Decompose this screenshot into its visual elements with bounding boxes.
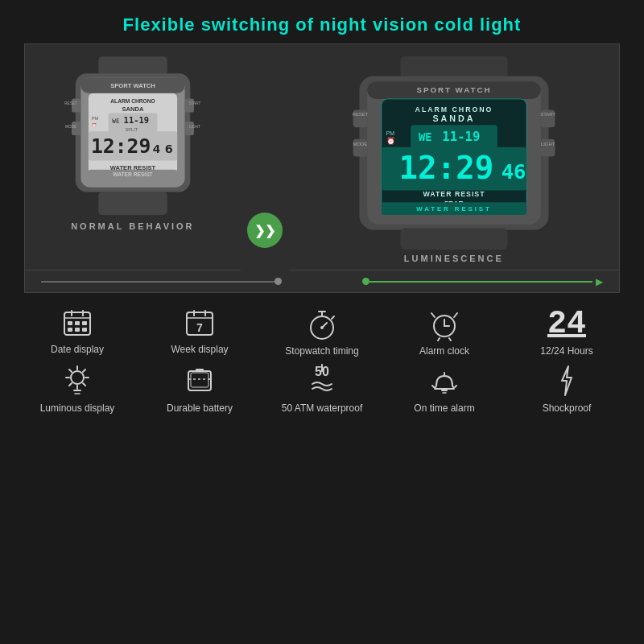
feature-date-display: Date display [25, 308, 130, 357]
svg-text:SANDA: SANDA [122, 105, 144, 113]
svg-text:⏰: ⏰ [92, 122, 97, 128]
feature-on-time-alarm-label: On time alarm [414, 402, 474, 414]
svg-text:SPORT WATCH: SPORT WATCH [416, 85, 491, 94]
svg-marker-110 [562, 366, 572, 395]
svg-text:WE: WE [419, 130, 432, 143]
svg-rect-65 [75, 321, 80, 325]
feature-on-time-alarm: On time alarm [392, 363, 497, 414]
feature-battery-label: Durable battery [167, 402, 233, 414]
feature-luminous: Luminous display [25, 363, 130, 414]
svg-text:PM: PM [92, 116, 99, 121]
feature-luminous-label: Luminous display [40, 402, 115, 414]
svg-text:RESET: RESET [352, 112, 368, 117]
luminous-icon [61, 363, 93, 398]
svg-line-96 [69, 383, 72, 386]
svg-rect-66 [82, 321, 87, 325]
feature-waterproof: 50 50 ATM waterproof [270, 363, 374, 414]
watch-panel-right: SPORT WATCH RESET MODE START LIGHT ALARM… [289, 43, 620, 270]
svg-rect-28 [98, 192, 167, 215]
feature-battery: Durable battery [147, 363, 252, 414]
svg-rect-64 [68, 321, 72, 325]
watch-panel-left: SPORT WATCH RESET MODE START LIGHT ALARM… [24, 43, 241, 270]
svg-text:PM: PM [386, 130, 395, 136]
features-row-2: Luminous display Durable battery 50 50 A… [16, 363, 628, 414]
svg-text:12:29: 12:29 [398, 150, 493, 186]
week-display-icon: 7 [184, 308, 216, 340]
hours-icon: 24 [547, 308, 586, 341]
svg-point-88 [71, 371, 84, 384]
svg-text:SPORT WATCH: SPORT WATCH [110, 82, 155, 89]
svg-text:WE: WE [112, 118, 120, 125]
feature-date-display-label: Date display [51, 344, 104, 355]
svg-rect-67 [68, 328, 72, 332]
svg-text:MODE: MODE [353, 142, 367, 147]
svg-text:46: 46 [502, 159, 526, 184]
svg-line-109 [455, 386, 456, 387]
svg-text:7: 7 [196, 321, 203, 334]
svg-text:11-19: 11-19 [123, 115, 148, 125]
arrow-icon: ❯❯ [247, 213, 283, 248]
svg-text:START: START [540, 112, 555, 117]
page-title: Flexible switching of night vision cold … [0, 0, 644, 43]
svg-line-87 [449, 338, 451, 341]
svg-line-95 [83, 369, 85, 372]
svg-rect-59 [400, 229, 507, 250]
svg-rect-68 [75, 328, 80, 332]
svg-text:12:29₄₆: 12:29₄₆ [91, 134, 175, 158]
feature-week-display-label: Week display [171, 344, 228, 355]
feature-shockproof-label: Shockproof [543, 402, 592, 414]
feature-alarm-label: Alarm clock [419, 345, 469, 357]
watch-label-right: LUMINESCENCE [404, 254, 504, 263]
svg-text:WATER RESIST: WATER RESIST [423, 190, 485, 198]
svg-line-108 [432, 386, 434, 387]
progress-left [24, 270, 298, 293]
stopwatch-icon [306, 308, 338, 341]
progress-mid [298, 270, 346, 293]
svg-text:11-19: 11-19 [442, 129, 480, 144]
svg-text:SANDA: SANDA [432, 114, 475, 123]
svg-text:⏰: ⏰ [386, 136, 395, 146]
svg-rect-29 [400, 56, 507, 78]
shockproof-icon [551, 363, 583, 398]
svg-line-93 [69, 369, 72, 372]
svg-rect-100 [196, 369, 204, 372]
waterproof-icon: 50 [306, 363, 338, 398]
progress-right: ▶ [346, 270, 620, 293]
battery-icon [184, 363, 216, 398]
svg-point-79 [320, 326, 324, 329]
features-row-1: Date display 7 Week display St [16, 308, 628, 357]
arrow-divider: ❯❯ [241, 43, 289, 270]
svg-rect-102 [191, 373, 208, 387]
watch-label-left: NORMAL BEHAVIOR [71, 221, 194, 231]
alarm-clock-icon [428, 308, 460, 341]
svg-text:WATER RESIST: WATER RESIST [113, 171, 152, 177]
svg-line-86 [438, 338, 440, 341]
svg-rect-69 [82, 328, 87, 332]
feature-alarm: Alarm clock [392, 308, 497, 357]
svg-text:ALARM CHRONO: ALARM CHRONO [110, 98, 155, 104]
feature-stopwatch: Stopwatch timing [270, 308, 374, 357]
svg-text:START: START [188, 101, 200, 105]
svg-rect-0 [98, 56, 167, 76]
svg-text:WATER RESIST: WATER RESIST [416, 205, 491, 213]
on-time-alarm-icon [428, 363, 460, 398]
svg-line-85 [454, 313, 457, 317]
feature-week-display: 7 Week display [147, 308, 252, 357]
watch-image-left: SPORT WATCH RESET MODE START LIGHT ALARM… [56, 56, 209, 217]
date-display-icon [61, 308, 93, 340]
svg-line-94 [83, 383, 85, 386]
svg-text:LIGHT: LIGHT [189, 125, 200, 129]
svg-text:RESET: RESET [64, 101, 77, 105]
svg-line-80 [332, 316, 334, 319]
svg-text:ALARM CHRONO: ALARM CHRONO [415, 105, 493, 114]
feature-hours: 24 12/24 Hours [514, 308, 619, 357]
svg-line-84 [431, 313, 435, 317]
feature-waterproof-label: 50 ATM waterproof [282, 402, 363, 414]
svg-text:MODE: MODE [65, 125, 76, 129]
feature-stopwatch-label: Stopwatch timing [285, 345, 358, 357]
feature-shockproof: Shockproof [514, 363, 619, 414]
feature-hours-label: 12/24 Hours [540, 345, 592, 357]
svg-text:LIGHT: LIGHT [541, 142, 555, 147]
watch-image-right: SPORT WATCH RESET MODE START LIGHT ALARM… [333, 56, 575, 250]
features-section: Date display 7 Week display St [0, 293, 644, 428]
